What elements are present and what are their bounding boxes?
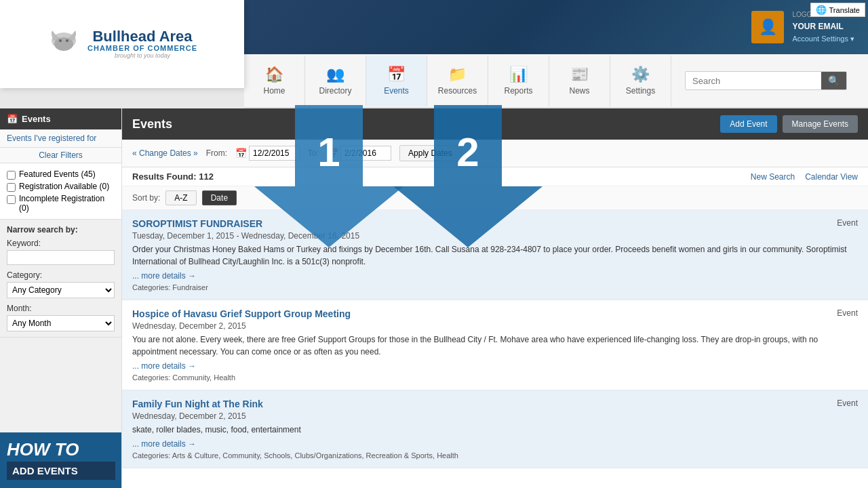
to-calendar-icon[interactable]: 📅	[327, 148, 338, 159]
from-label: From:	[206, 148, 227, 158]
logo-line1: Bullhead Area	[87, 29, 197, 44]
how-to-banner[interactable]: HOW TO ADD EVENTS	[0, 432, 122, 488]
news-icon: 📰	[570, 66, 589, 83]
directory-label: Directory	[319, 86, 351, 96]
event-categories: Categories: Arts & Culture, Community, S…	[132, 451, 858, 460]
registration-available-checkbox[interactable]	[7, 183, 16, 192]
event-description: skate, roller blades, music, food, enter…	[132, 424, 858, 436]
event-more-link[interactable]: ... more details →	[132, 439, 196, 449]
logo: Bullhead Area CHAMBER OF COMMERCE brough…	[47, 27, 197, 61]
calendar-view-link[interactable]: Calendar View	[805, 172, 858, 182]
featured-events-label: Featured Events (45)	[19, 169, 96, 179]
logo-line2: CHAMBER OF COMMERCE	[87, 44, 197, 52]
event-item: Hospice of Havasu Grief Support Group Me…	[122, 300, 868, 390]
incomplete-registration-checkbox-label[interactable]: Incomplete Registration (0)	[7, 194, 115, 213]
nav-item-reports[interactable]: 📊 Reports	[488, 56, 549, 106]
sidebar-section-my-events: Events I've registered for	[0, 129, 121, 148]
sort-az-button[interactable]: A-Z	[165, 190, 196, 205]
news-label: News	[569, 86, 589, 96]
event-cats-text: Fundraiser	[172, 283, 208, 291]
svg-point-1	[54, 37, 73, 51]
nav-item-news[interactable]: 📰 News	[549, 56, 610, 106]
event-categories: Categories: Fundraiser	[132, 283, 858, 291]
category-select[interactable]: Any Category	[7, 282, 115, 298]
event-type-badge: Event	[837, 399, 858, 408]
featured-events-checkbox-label[interactable]: Featured Events (45)	[7, 169, 115, 180]
logo-image: Bullhead Area CHAMBER OF COMMERCE brough…	[47, 27, 197, 61]
my-events-link[interactable]: Events I've registered for	[7, 134, 115, 143]
sort-date-button[interactable]: Date	[202, 190, 237, 205]
nav-item-home[interactable]: 🏠 Home	[244, 56, 305, 106]
calendar-small-icon: 📅	[7, 114, 18, 124]
translate-button[interactable]: 🌐 Translate	[810, 3, 865, 17]
apply-dates-button[interactable]: Apply Dates	[399, 145, 461, 161]
events-page-header: Events Add Event Manage Events	[122, 108, 868, 140]
event-type-badge: Event	[837, 218, 858, 228]
clear-filters-link[interactable]: Clear Filters	[7, 150, 115, 160]
translate-label: Translate	[829, 6, 860, 14]
search-button[interactable]: 🔍	[821, 72, 846, 89]
event-categories: Categories: Community, Health	[132, 373, 858, 382]
from-date-input[interactable]	[249, 146, 300, 161]
event-name-link[interactable]: SOROPTIMIST FUNDRAISER	[132, 218, 262, 229]
registration-available-checkbox-label[interactable]: Registration Available (0)	[7, 182, 115, 192]
month-select[interactable]: Any Month	[7, 315, 115, 331]
settings-label: Settings	[626, 86, 655, 96]
event-name-link[interactable]: Family Fun Night at The Rink	[132, 399, 263, 409]
events-page-title: Events	[132, 117, 172, 131]
nav-item-settings[interactable]: ⚙️ Settings	[610, 56, 671, 106]
resources-label: Resources	[438, 86, 477, 96]
bullhead-icon	[47, 27, 81, 61]
directory-icon: 👥	[326, 66, 344, 83]
search-input[interactable]	[686, 73, 821, 89]
nav-item-resources[interactable]: 📁 Resources	[427, 56, 488, 106]
featured-events-checkbox[interactable]	[7, 171, 16, 180]
user-avatar: 👤	[751, 11, 784, 43]
sidebar-section-checkboxes: Featured Events (45) Registration Availa…	[0, 163, 121, 220]
to-date-input[interactable]	[340, 146, 391, 161]
new-search-link[interactable]: New Search	[751, 172, 795, 182]
sort-label: Sort by:	[132, 193, 160, 203]
keyword-input[interactable]	[7, 250, 115, 265]
manage-events-button[interactable]: Manage Events	[783, 115, 858, 133]
account-settings-link[interactable]: Account Settings ▾	[792, 33, 854, 45]
keyword-label: Keyword:	[7, 239, 115, 248]
event-description: You are not alone. Every week, there are…	[132, 333, 858, 358]
event-description: Order your Christmas Honey Baked Hams or…	[132, 243, 858, 268]
sidebar-section-clear: Clear Filters	[0, 148, 121, 163]
event-cats-text: Community, Health	[172, 373, 235, 382]
from-date-wrap: 📅	[235, 146, 300, 161]
logo-area: Bullhead Area CHAMBER OF COMMERCE brough…	[0, 0, 244, 88]
content-area: Events Add Event Manage Events « Change …	[122, 108, 868, 488]
incomplete-registration-label: Incomplete Registration (0)	[19, 194, 115, 213]
event-date: Wednesday, December 2, 2015	[132, 411, 858, 421]
change-dates-link[interactable]: « Change Dates »	[132, 148, 198, 158]
event-list: SOROPTIMIST FUNDRAISER Event Tuesday, De…	[122, 210, 868, 468]
home-label: Home	[263, 86, 285, 96]
month-section: Month: Any Month	[7, 304, 115, 331]
nav-item-events[interactable]: 📅 Events	[366, 56, 427, 106]
incomplete-registration-checkbox[interactable]	[7, 195, 16, 204]
sort-bar: Sort by: A-Z Date	[122, 186, 868, 210]
translate-icon: 🌐	[816, 5, 827, 15]
event-more-link[interactable]: ... more details →	[132, 271, 196, 281]
nav-item-directory[interactable]: 👥 Directory	[305, 56, 366, 106]
results-actions: New Search Calendar View	[751, 172, 858, 182]
reports-label: Reports	[504, 86, 532, 96]
event-date: Wednesday, December 2, 2015	[132, 321, 858, 331]
sidebar-section-narrow: Narrow search by: Keyword: Category: Any…	[0, 220, 121, 338]
category-label: Category:	[7, 270, 115, 280]
how-to-line1: HOW TO	[7, 441, 115, 458]
svg-point-3	[66, 39, 68, 42]
event-name-link[interactable]: Hospice of Havasu Grief Support Group Me…	[132, 308, 351, 319]
events-nav-label: Events	[384, 86, 409, 96]
add-event-button[interactable]: Add Event	[720, 115, 776, 133]
sidebar-title: Events	[22, 114, 51, 124]
event-more-link[interactable]: ... more details →	[132, 361, 196, 371]
svg-point-2	[59, 39, 62, 42]
event-cats-text: Arts & Culture, Community, Schools, Club…	[172, 451, 458, 460]
events-header-actions: Add Event Manage Events	[720, 115, 858, 133]
date-filter-bar: « Change Dates » From: 📅 To: 📅 Apply Dat…	[122, 140, 868, 167]
from-calendar-icon[interactable]: 📅	[235, 148, 247, 159]
to-label: To:	[308, 148, 319, 158]
